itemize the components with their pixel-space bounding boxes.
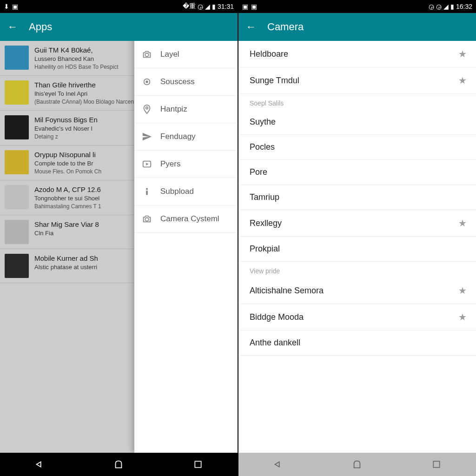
svg-point-7	[145, 218, 148, 221]
back-icon[interactable]: ←	[246, 21, 256, 33]
play-icon	[142, 159, 152, 169]
star-icon[interactable]: ★	[458, 218, 467, 229]
svg-rect-9	[433, 461, 439, 467]
nav-recent-button[interactable]	[191, 457, 205, 471]
wifi-icon: ◶	[429, 3, 434, 10]
signal-icon: ◢	[205, 3, 210, 10]
list-item-label: Prokpial	[250, 244, 280, 254]
section-header: View pride	[238, 262, 476, 278]
drawer-item-label: Camera Cysteml	[160, 214, 219, 224]
image-icon-2: ▣	[251, 3, 257, 10]
drawer-item-label: Hantpiz	[160, 105, 187, 114]
list-item[interactable]: Sunge Tmdul★	[238, 67, 476, 94]
page-title: Apps	[29, 21, 52, 33]
wifi-icon: �重	[183, 2, 196, 11]
app-thumbnail	[5, 80, 29, 105]
list-item-label: Pocles	[250, 142, 275, 152]
camera-icon	[142, 214, 152, 224]
nav-bar	[238, 453, 476, 476]
content-right: Heldboare★Sunge Tmdul★ Soepl Salils Suyt…	[238, 41, 476, 453]
list-item[interactable]: Suythe	[238, 110, 476, 135]
app-bar-left: ← Apps	[0, 13, 238, 41]
status-bar: ▣ ▣ ◶ ◶ ◢ ▮ 16:32	[238, 0, 476, 13]
wifi-icon-2: ◶	[436, 3, 442, 10]
nav-back-button[interactable]	[271, 457, 285, 471]
list-item-label: Pore	[250, 167, 267, 177]
svg-rect-8	[195, 461, 201, 467]
nav-back-button[interactable]	[33, 457, 46, 471]
drawer-item-fenduagy[interactable]: Fenduagy	[134, 123, 238, 151]
section-header: Soepl Salils	[238, 94, 476, 110]
drawer-item-label: Pyers	[160, 159, 180, 169]
star-icon[interactable]: ★	[458, 285, 467, 296]
info-icon	[142, 186, 152, 197]
drawer-item-label: Fenduagy	[160, 132, 196, 141]
list-item-label: Anthe dankell	[250, 338, 300, 348]
list-item[interactable]: Anthe dankell	[238, 331, 476, 356]
page-title: Camera	[267, 21, 304, 33]
drawer-item-subpload[interactable]: Subpload	[134, 178, 238, 205]
status-bar: ⬇ ▣ �重 ◶ ◢ ▮ 31:31	[0, 0, 238, 13]
phone-right: ▣ ▣ ◶ ◶ ◢ ▮ 16:32 ← Camera Heldboare★Sun…	[238, 0, 476, 476]
list-item[interactable]: Heldboare★	[238, 41, 476, 67]
list-item-label: Alticishalne Semora	[250, 286, 324, 296]
drawer-item-camera-cysteml[interactable]: Camera Cysteml	[134, 205, 238, 233]
drawer-item-souscess[interactable]: Souscess	[134, 68, 238, 96]
star-icon[interactable]: ★	[458, 75, 467, 86]
svg-point-0	[145, 53, 148, 56]
list-item[interactable]: Biddge Mooda★	[238, 304, 476, 331]
app-thumbnail	[5, 254, 29, 278]
list-item-label: Sunge Tmdul	[250, 76, 299, 86]
list-item-label: Tamriup	[250, 192, 279, 202]
camera-icon	[142, 49, 152, 60]
clock-text: 16:32	[456, 3, 472, 10]
back-icon[interactable]: ←	[7, 21, 18, 33]
battery-icon: ▮	[450, 3, 454, 10]
drawer-item-hantpiz[interactable]: Hantpiz	[134, 96, 238, 123]
list-item-label: Rexllegy	[250, 218, 282, 228]
svg-rect-6	[146, 191, 148, 195]
star-icon[interactable]: ★	[458, 48, 467, 60]
drawer-item-label: Layel	[160, 50, 179, 59]
image-icon: ▣	[242, 3, 248, 10]
drawer-item-layel[interactable]: Layel	[134, 41, 238, 68]
nav-bar	[0, 453, 238, 476]
app-thumbnail	[5, 115, 29, 139]
app-thumbnail	[5, 220, 29, 244]
app-thumbnail	[5, 185, 29, 209]
settings-list: Heldboare★Sunge Tmdul★ Soepl Salils Suyt…	[238, 41, 476, 453]
list-item-label: Heldboare	[250, 49, 288, 59]
battery-icon: ▮	[212, 3, 216, 10]
wifi-icon-2: ◶	[198, 3, 203, 10]
list-item[interactable]: Alticishalne Semora★	[238, 278, 476, 304]
app-bar-right: ← Camera	[238, 13, 476, 41]
drawer-panel: Camera LayelSouscessHantpizFenduagyPyers…	[134, 41, 238, 453]
signal-icon: ◢	[443, 3, 449, 10]
pin-icon	[142, 104, 152, 114]
phone-left: ⬇ ▣ �重 ◶ ◢ ▮ 31:31 ← Apps Guii TM K4 B0k…	[0, 0, 238, 476]
nav-home-button[interactable]	[350, 457, 364, 471]
drawer-item-pyers[interactable]: Pyers	[134, 151, 238, 178]
svg-rect-5	[146, 188, 148, 190]
download-icon: ⬇	[4, 3, 9, 10]
star-icon[interactable]: ★	[458, 311, 467, 323]
app-thumbnail	[5, 150, 29, 174]
list-item[interactable]: Rexllegy★	[238, 210, 476, 237]
list-item[interactable]: Pocles	[238, 135, 476, 160]
svg-point-2	[146, 81, 148, 83]
list-item-label: Suythe	[250, 117, 276, 127]
list-item[interactable]: Tamriup	[238, 185, 476, 210]
list-item-label: Biddge Mooda	[250, 312, 304, 322]
list-item[interactable]: Prokpial	[238, 237, 476, 262]
send-icon	[142, 132, 152, 142]
clock-text: 31:31	[218, 3, 234, 10]
content-left: Guii TM K4 B0kaé, Lussero Bhanced Kan Ha…	[0, 41, 238, 453]
list-item[interactable]: Pore	[238, 160, 476, 185]
svg-point-3	[146, 107, 148, 109]
app-thumbnail	[5, 46, 29, 70]
nav-home-button[interactable]	[112, 457, 126, 471]
image-icon: ▣	[12, 3, 18, 10]
nav-recent-button[interactable]	[430, 457, 443, 471]
target-icon	[142, 77, 152, 87]
drawer-item-label: Subpload	[160, 187, 194, 196]
